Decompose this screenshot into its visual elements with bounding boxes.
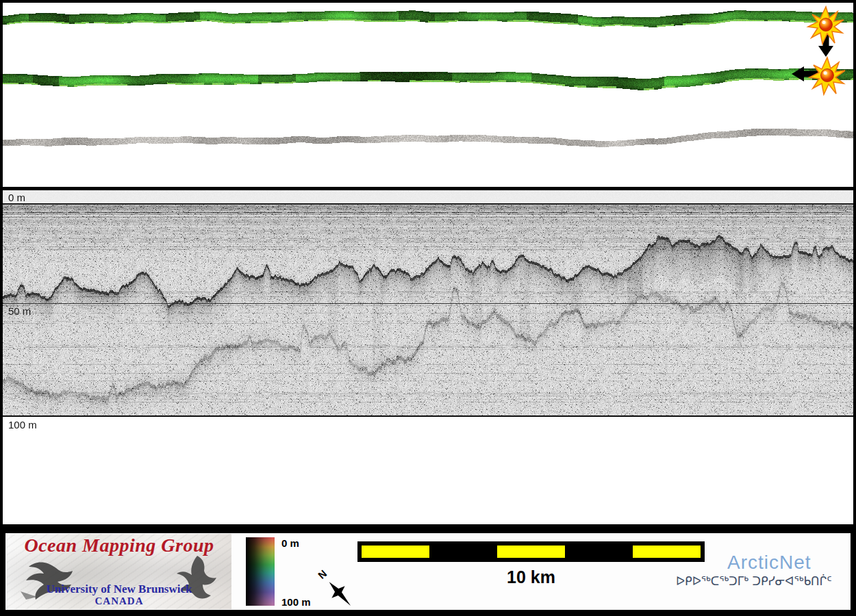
depth-tick-0m: 0 m bbox=[8, 192, 25, 203]
survey-figure: 0 m 50 m 100 m bbox=[0, 0, 856, 616]
scale-bar-segment bbox=[633, 546, 701, 558]
scale-bar-segment bbox=[497, 546, 565, 558]
arcticnet-inuktitut-text: ᐅᑭᐅᖅᑕᖅᑐᒥᒃ ᑐᑭᓯᓂᐊᖅᑲᑎᒌᑦ bbox=[676, 574, 832, 588]
footer-panel: Ocean Mapping Group University of New Br… bbox=[5, 533, 851, 610]
omg-logo: Ocean Mapping Group University of New Br… bbox=[7, 534, 231, 609]
scale-bar bbox=[357, 541, 705, 562]
omg-university: University of New Brunswick bbox=[7, 582, 231, 596]
colorbar-top-label: 0 m bbox=[281, 537, 299, 549]
north-letter: N bbox=[316, 567, 329, 581]
figure-inner: 0 m 50 m 100 m bbox=[3, 3, 853, 613]
depth-tick-100m: 100 m bbox=[8, 420, 37, 430]
omg-title: Ocean Mapping Group bbox=[7, 535, 231, 556]
line-2-start-marker bbox=[776, 38, 856, 116]
arcticnet-logo: ArcticNet bbox=[727, 552, 811, 574]
scale-bar-segment bbox=[362, 546, 429, 558]
survey-swath-panel bbox=[3, 3, 853, 187]
scale-bar-label: 10 km bbox=[357, 567, 705, 587]
subbottom-echogram bbox=[3, 190, 853, 420]
depth-tick-50m: 50 m bbox=[8, 306, 31, 316]
starburst-icon bbox=[809, 57, 845, 94]
omg-country: CANADA bbox=[7, 595, 231, 607]
depth-colorbar bbox=[246, 537, 275, 606]
footer-bar: Ocean Mapping Group University of New Br… bbox=[3, 524, 853, 613]
